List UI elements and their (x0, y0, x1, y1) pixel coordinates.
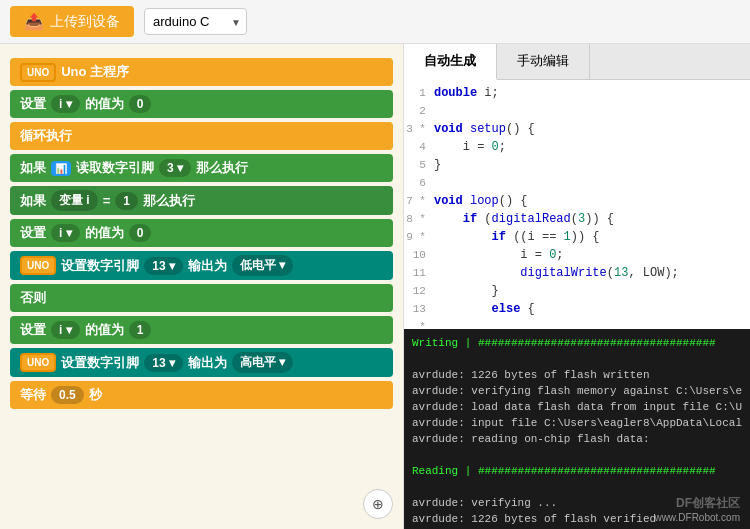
digital-write-high-block[interactable]: UNO 设置数字引脚 13 ▾ 输出为 高电平 ▾ (10, 348, 393, 377)
set-i-inner-label: 设置 (20, 224, 46, 242)
set-i-label: 设置 (20, 95, 46, 113)
loop-section: 循环执行 如果 📊 读取数字引脚 3 ▾ 那么执行 如果 变量 i = (10, 122, 393, 409)
code-line-9: 9 * if ((i == 1)) { (404, 228, 750, 246)
code-line-6: 6 (404, 174, 750, 192)
code-line-8: 8 * if (digitalRead(3)) { (404, 210, 750, 228)
if-label-1: 如果 (20, 159, 46, 177)
eq-val[interactable]: 1 (115, 192, 138, 210)
digital-read-icon: 📊 (51, 161, 71, 176)
then-exec-2: 那么执行 (143, 192, 195, 210)
code-line-1: 1 double i; (404, 84, 750, 102)
upload-icon: 📤 (24, 12, 44, 31)
terminal-line-9: Reading | ##############################… (412, 463, 742, 479)
code-line-3: 3 * void setup() { (404, 120, 750, 138)
dw-low-label: 设置数字引脚 (61, 257, 139, 275)
digital-write-high-section: UNO 设置数字引脚 13 ▾ 输出为 高电平 ▾ (10, 348, 393, 377)
wait-unit: 秒 (89, 386, 102, 404)
set-i-1-section: 设置 i ▾ 的值为 1 (10, 316, 393, 344)
wait-section: 等待 0.5 秒 (10, 381, 393, 409)
main-program-block[interactable]: UNO Uno 主程序 (10, 58, 393, 86)
terminal-line-6: avrdude: input file C:\Users\eagler8\App… (412, 415, 742, 431)
watermark-brand: DF创客社区 (654, 495, 740, 512)
terminal-line-10 (412, 479, 742, 495)
watermark: DF创客社区 www.DFRobot.com (654, 495, 740, 523)
pin-13-high[interactable]: 13 ▾ (144, 354, 183, 372)
uno-badge-low: UNO (20, 256, 56, 275)
uno-badge-high: UNO (20, 353, 56, 372)
manual-edit-label: 手动编辑 (517, 53, 569, 68)
terminal-line-3: avrdude: 1226 bytes of flash written (412, 367, 742, 383)
upload-button[interactable]: 📤 上传到设备 (10, 6, 134, 37)
code-line-11: 11 digitalWrite(13, LOW); (404, 264, 750, 282)
code-tabs: 自动生成 手动编辑 (404, 44, 750, 80)
terminal-line-5: avrdude: load data flash data from input… (412, 399, 742, 415)
main-content: UNO Uno 主程序 设置 i ▾ 的值为 0 循环执行 如果 📊 (0, 44, 750, 529)
high-level-val[interactable]: 高电平 ▾ (232, 352, 293, 373)
code-line-5: 5 } (404, 156, 750, 174)
set-i-1-to: 的值为 (85, 321, 124, 339)
pin-3-val[interactable]: 3 ▾ (159, 159, 191, 177)
uno-badge: UNO (20, 63, 56, 82)
code-line-10: 10 i = 0; (404, 246, 750, 264)
main-program-label: Uno 主程序 (61, 63, 129, 81)
wait-val[interactable]: 0.5 (51, 386, 84, 404)
var-i-label[interactable]: 变量 i (51, 190, 98, 211)
lang-select-wrapper: arduino C Python MicroPython (144, 8, 247, 35)
set-i-inner-var[interactable]: i ▾ (51, 224, 80, 242)
code-line-7: 7 * void loop() { (404, 192, 750, 210)
output-low-label: 输出为 (188, 257, 227, 275)
terminal-line-1: Writing | ##############################… (412, 335, 742, 351)
digital-write-low-block[interactable]: UNO 设置数字引脚 13 ▾ 输出为 低电平 ▾ (10, 251, 393, 280)
if-var-block[interactable]: 如果 变量 i = 1 那么执行 (10, 186, 393, 215)
set-i-1-label: 设置 (20, 321, 46, 339)
loop-label: 循环执行 (20, 127, 72, 145)
set-i-1-var[interactable]: i ▾ (51, 321, 80, 339)
loop-block[interactable]: 循环执行 (10, 122, 393, 150)
top-bar: 📤 上传到设备 arduino C Python MicroPython (0, 0, 750, 44)
digital-write-low-section: UNO 设置数字引脚 13 ▾ 输出为 低电平 ▾ (10, 251, 393, 280)
set-i-inner-section: 设置 i ▾ 的值为 0 (10, 219, 393, 247)
if-digital-section: 如果 📊 读取数字引脚 3 ▾ 那么执行 如果 变量 i = 1 那么执行 (10, 154, 393, 377)
set-i-inner-to: 的值为 (85, 224, 124, 242)
pin-13-low[interactable]: 13 ▾ (144, 257, 183, 275)
tab-auto-generate[interactable]: 自动生成 (404, 44, 497, 80)
terminal-line-2 (412, 351, 742, 367)
tab-manual-edit[interactable]: 手动编辑 (497, 44, 590, 79)
low-level-val[interactable]: 低电平 ▾ (232, 255, 293, 276)
read-digital-label: 读取数字引脚 (76, 159, 154, 177)
lang-select[interactable]: arduino C Python MicroPython (144, 8, 247, 35)
set-i-val[interactable]: 0 (129, 95, 152, 113)
wait-block[interactable]: 等待 0.5 秒 (10, 381, 393, 409)
set-i-1-val[interactable]: 1 (129, 321, 152, 339)
eq-label: = (103, 193, 111, 208)
set-i-block: 设置 i ▾ 的值为 0 (10, 90, 393, 118)
terminal-line-7: avrdude: reading on-chip flash data: (412, 431, 742, 447)
if-var-section: 如果 变量 i = 1 那么执行 设置 i ▾ 的值为 0 (10, 186, 393, 280)
main-program-section: UNO Uno 主程序 (10, 58, 393, 86)
set-i-1-block[interactable]: 设置 i ▾ 的值为 1 (10, 316, 393, 344)
zoom-icon: ⊕ (372, 496, 384, 512)
set-i-inner-block[interactable]: 设置 i ▾ 的值为 0 (10, 219, 393, 247)
else-section: 否则 设置 i ▾ 的值为 1 UNO (10, 284, 393, 377)
code-line-12: 12 } (404, 282, 750, 300)
upload-label: 上传到设备 (50, 13, 120, 31)
code-area: 1 double i; 2 3 * void setup() { 4 i = 0… (404, 80, 750, 329)
set-i-container[interactable]: 设置 i ▾ 的值为 0 (10, 90, 393, 118)
set-i-to: 的值为 (85, 95, 124, 113)
else-label: 否则 (20, 289, 46, 307)
set-i-var[interactable]: i ▾ (51, 95, 80, 113)
terminal-line-4: avrdude: verifying flash memory against … (412, 383, 742, 399)
block-panel: UNO Uno 主程序 设置 i ▾ 的值为 0 循环执行 如果 📊 (0, 44, 403, 529)
code-line-13: 13 * else { (404, 300, 750, 329)
then-exec-1: 那么执行 (196, 159, 248, 177)
code-line-4: 4 i = 0; (404, 138, 750, 156)
else-block[interactable]: 否则 (10, 284, 393, 312)
wait-label: 等待 (20, 386, 46, 404)
if-digital-block[interactable]: 如果 📊 读取数字引脚 3 ▾ 那么执行 (10, 154, 393, 182)
code-lines: 1 double i; 2 3 * void setup() { 4 i = 0… (404, 80, 750, 329)
terminal-line-8 (412, 447, 742, 463)
set-i-inner-val[interactable]: 0 (129, 224, 152, 242)
dw-high-label: 设置数字引脚 (61, 354, 139, 372)
watermark-url: www.DFRobot.com (654, 512, 740, 523)
zoom-button[interactable]: ⊕ (363, 489, 393, 519)
